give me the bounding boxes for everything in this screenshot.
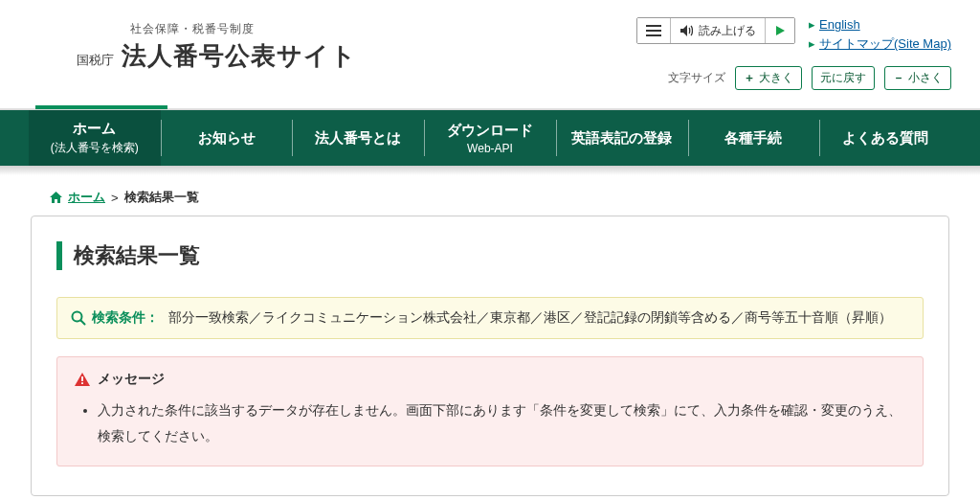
bullet-icon: ▸: [809, 36, 815, 51]
message-item: 入力された条件に該当するデータが存在しません。画面下部にあります「条件を変更して…: [98, 398, 905, 448]
tts-menu-button[interactable]: [637, 18, 671, 43]
tts-toolbar: 読み上げる: [636, 17, 795, 44]
nav-download-sublabel: Web-API: [426, 142, 554, 155]
svg-rect-2: [81, 382, 83, 384]
search-conditions-label: 検索条件：: [71, 309, 159, 327]
breadcrumb-sep: >: [111, 191, 119, 205]
bullet-icon: ▸: [809, 17, 815, 32]
search-conditions-box: 検索条件： 部分一致検索／ライクコミュニケーション株式会社／東京都／港区／登記記…: [56, 297, 924, 339]
fontsize-larger-button[interactable]: ＋大きく: [735, 66, 802, 90]
tts-label: 読み上げる: [699, 23, 756, 39]
search-conditions-label-text: 検索条件：: [92, 309, 159, 327]
nav-home-sublabel: (法人番号を検索): [31, 140, 159, 156]
fontsize-reset-label: 元に戻す: [820, 70, 866, 86]
message-box: メッセージ 入力された条件に該当するデータが存在しません。画面下部にあります「条…: [56, 356, 924, 466]
warning-icon: [75, 373, 90, 386]
logo-agency: 国税庁: [77, 52, 114, 69]
nav-faq-label: よくある質問: [821, 129, 949, 148]
message-heading-text: メッセージ: [98, 371, 165, 388]
nav-shadow: [0, 166, 980, 175]
site-logo-block: 社会保障・税番号制度 国税庁 法人番号公表サイト: [77, 17, 357, 73]
nav-news[interactable]: お知らせ: [161, 110, 293, 166]
svg-rect-1: [81, 376, 83, 381]
sitemap-link[interactable]: サイトマップ(Site Map): [819, 36, 951, 51]
fontsize-smaller-label: 小さく: [908, 70, 943, 86]
tts-start-button[interactable]: [766, 18, 794, 43]
logo-title: 法人番号公表サイト: [122, 39, 357, 73]
header-controls: 読み上げる ▸English ▸サイトマップ(Site Map) 文字サイズ ＋…: [636, 17, 951, 90]
breadcrumb: ホーム > 検索結果一覧: [31, 189, 949, 206]
nav-procedures-label: 各種手続: [690, 129, 818, 148]
page-title: 検索結果一覧: [56, 241, 924, 270]
breadcrumb-home-link[interactable]: ホーム: [68, 189, 105, 206]
nav-home[interactable]: ホーム (法人番号を検索): [29, 110, 161, 166]
home-icon: [50, 192, 62, 203]
nav-active-indicator: [35, 105, 167, 109]
nav-english-reg[interactable]: 英語表記の登録: [556, 110, 688, 166]
nav-about[interactable]: 法人番号とは: [292, 110, 424, 166]
fontsize-label: 文字サイズ: [668, 70, 725, 86]
fontsize-smaller-button[interactable]: －小さく: [884, 66, 951, 90]
nav-download-label: ダウンロード: [426, 122, 554, 140]
nav-english-reg-label: 英語表記の登録: [558, 129, 686, 148]
message-list: 入力された条件に該当するデータが存在しません。画面下部にあります「条件を変更して…: [98, 398, 905, 448]
breadcrumb-current: 検索結果一覧: [124, 189, 199, 206]
page-header: 社会保障・税番号制度 国税庁 法人番号公表サイト 読み上げる: [0, 0, 980, 100]
nav-about-label: 法人番号とは: [294, 129, 422, 148]
fontsize-larger-label: 大きく: [759, 70, 793, 86]
logo-supertitle: 社会保障・税番号制度: [130, 21, 357, 37]
nav-top-accent: [0, 100, 980, 109]
nav-news-label: お知らせ: [163, 129, 291, 148]
header-links: ▸English ▸サイトマップ(Site Map): [809, 17, 951, 53]
english-link[interactable]: English: [819, 17, 860, 32]
nav-procedures[interactable]: 各種手続: [688, 110, 820, 166]
nav-home-label: ホーム: [31, 120, 159, 138]
tts-play-button[interactable]: 読み上げる: [671, 18, 766, 43]
nav-download[interactable]: ダウンロード Web-API: [424, 110, 556, 166]
message-heading: メッセージ: [75, 371, 905, 388]
search-conditions-text: 部分一致検索／ライクコミュニケーション株式会社／東京都／港区／登記記録の閉鎖等含…: [168, 309, 892, 327]
fontsize-reset-button[interactable]: 元に戻す: [812, 66, 875, 90]
search-icon: [71, 310, 86, 326]
main-nav: ホーム (法人番号を検索) お知らせ 法人番号とは ダウンロード Web-API…: [0, 109, 980, 166]
results-panel: 検索結果一覧 検索条件： 部分一致検索／ライクコミュニケーション株式会社／東京都…: [31, 216, 949, 496]
nav-faq[interactable]: よくある質問: [819, 110, 951, 166]
